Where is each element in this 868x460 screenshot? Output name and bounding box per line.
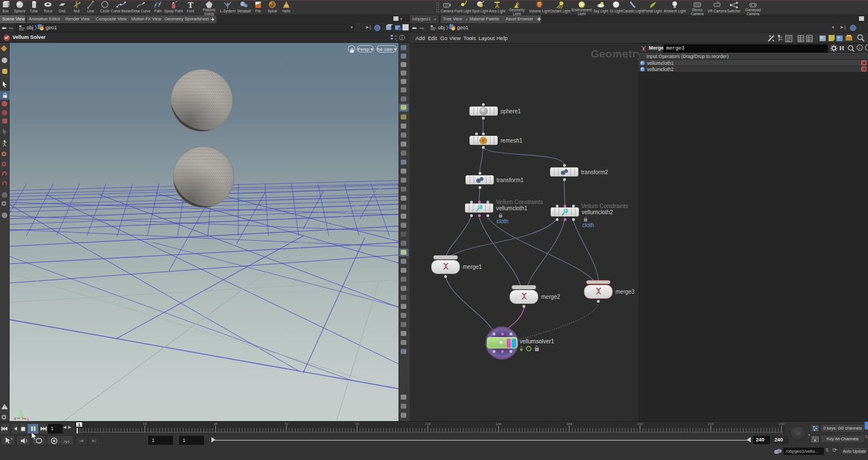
svg-text:48: 48: [214, 422, 218, 426]
svg-text:216: 216: [708, 422, 714, 426]
svg-text:192: 192: [637, 422, 643, 426]
svg-text:T: T: [188, 1, 193, 9]
svg-text:24: 24: [143, 422, 147, 426]
svg-text:144: 144: [495, 422, 502, 426]
svg-text:x: x: [27, 417, 29, 421]
svg-text:96: 96: [355, 422, 359, 426]
svg-text:168: 168: [566, 422, 573, 426]
svg-text:z: z: [14, 417, 16, 421]
svg-text:120: 120: [425, 422, 431, 426]
svg-text:240: 240: [778, 422, 785, 426]
svg-text:72: 72: [285, 422, 289, 426]
